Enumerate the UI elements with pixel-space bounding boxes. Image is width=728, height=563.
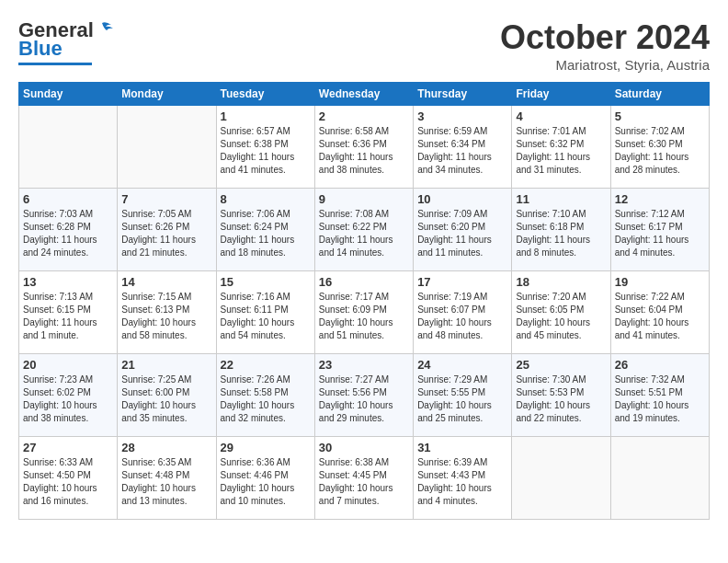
day-header-thursday: Thursday <box>414 83 512 106</box>
day-number: 12 <box>615 192 705 206</box>
day-cell <box>118 106 216 189</box>
day-cell: 10Sunrise: 7:09 AM Sunset: 6:20 PM Dayli… <box>414 189 512 271</box>
day-info: Sunrise: 7:22 AM Sunset: 6:04 PM Dayligh… <box>615 291 705 342</box>
day-number: 26 <box>615 358 705 372</box>
day-cell: 23Sunrise: 7:27 AM Sunset: 5:56 PM Dayli… <box>314 354 413 437</box>
day-number: 25 <box>516 358 606 372</box>
day-cell: 26Sunrise: 7:32 AM Sunset: 5:51 PM Dayli… <box>610 354 709 437</box>
day-number: 10 <box>417 192 507 206</box>
day-number: 20 <box>23 358 113 372</box>
day-number: 19 <box>615 275 705 289</box>
day-info: Sunrise: 6:57 AM Sunset: 6:38 PM Dayligh… <box>221 125 311 177</box>
day-info: Sunrise: 7:17 AM Sunset: 6:09 PM Dayligh… <box>319 291 409 342</box>
title-block: October 2024 Mariatrost, Styria, Austria <box>500 18 710 73</box>
logo-blue: Blue <box>18 37 63 61</box>
day-number: 18 <box>516 275 606 289</box>
day-number: 28 <box>121 441 211 454</box>
day-info: Sunrise: 7:25 AM Sunset: 6:00 PM Dayligh… <box>121 373 211 425</box>
day-cell: 24Sunrise: 7:29 AM Sunset: 5:55 PM Dayli… <box>414 354 512 437</box>
day-number: 3 <box>417 109 507 123</box>
day-info: Sunrise: 7:19 AM Sunset: 6:07 PM Dayligh… <box>417 291 507 342</box>
day-info: Sunrise: 6:35 AM Sunset: 4:48 PM Dayligh… <box>121 456 211 508</box>
day-info: Sunrise: 7:26 AM Sunset: 5:58 PM Dayligh… <box>221 373 311 425</box>
day-info: Sunrise: 6:59 AM Sunset: 6:34 PM Dayligh… <box>417 125 507 177</box>
day-info: Sunrise: 7:16 AM Sunset: 6:11 PM Dayligh… <box>221 291 311 342</box>
day-cell: 29Sunrise: 6:36 AM Sunset: 4:46 PM Dayli… <box>216 437 314 520</box>
day-cell: 2Sunrise: 6:58 AM Sunset: 6:36 PM Daylig… <box>314 106 413 189</box>
day-number: 7 <box>121 192 211 206</box>
day-info: Sunrise: 7:05 AM Sunset: 6:26 PM Dayligh… <box>121 208 211 259</box>
day-info: Sunrise: 7:08 AM Sunset: 6:22 PM Dayligh… <box>319 208 409 259</box>
day-info: Sunrise: 6:58 AM Sunset: 6:36 PM Dayligh… <box>319 125 409 177</box>
day-number: 4 <box>516 109 606 123</box>
day-cell: 25Sunrise: 7:30 AM Sunset: 5:53 PM Dayli… <box>512 354 610 437</box>
day-number: 21 <box>121 358 211 372</box>
day-number: 5 <box>615 109 705 123</box>
logo: General Blue <box>18 18 113 65</box>
day-info: Sunrise: 6:33 AM Sunset: 4:50 PM Dayligh… <box>23 456 113 508</box>
day-cell: 27Sunrise: 6:33 AM Sunset: 4:50 PM Dayli… <box>19 437 118 520</box>
week-row-5: 27Sunrise: 6:33 AM Sunset: 4:50 PM Dayli… <box>19 437 710 520</box>
day-number: 30 <box>319 441 409 454</box>
day-header-tuesday: Tuesday <box>216 83 314 106</box>
day-number: 9 <box>319 192 409 206</box>
day-info: Sunrise: 7:10 AM Sunset: 6:18 PM Dayligh… <box>516 208 606 259</box>
day-cell: 18Sunrise: 7:20 AM Sunset: 6:05 PM Dayli… <box>512 271 610 354</box>
day-info: Sunrise: 7:02 AM Sunset: 6:30 PM Dayligh… <box>615 125 705 177</box>
day-number: 27 <box>23 441 113 454</box>
day-cell: 16Sunrise: 7:17 AM Sunset: 6:09 PM Dayli… <box>314 271 413 354</box>
day-header-saturday: Saturday <box>610 83 709 106</box>
day-cell: 31Sunrise: 6:39 AM Sunset: 4:43 PM Dayli… <box>414 437 512 520</box>
day-number: 14 <box>121 275 211 289</box>
week-row-1: 1Sunrise: 6:57 AM Sunset: 6:38 PM Daylig… <box>19 106 710 189</box>
day-cell: 17Sunrise: 7:19 AM Sunset: 6:07 PM Dayli… <box>414 271 512 354</box>
day-number: 2 <box>319 109 409 123</box>
calendar-table: SundayMondayTuesdayWednesdayThursdayFrid… <box>18 82 710 520</box>
day-info: Sunrise: 7:09 AM Sunset: 6:20 PM Dayligh… <box>417 208 507 259</box>
day-cell: 30Sunrise: 6:38 AM Sunset: 4:45 PM Dayli… <box>314 437 413 520</box>
logo-bird-icon <box>95 21 113 36</box>
day-cell: 7Sunrise: 7:05 AM Sunset: 6:26 PM Daylig… <box>118 189 216 271</box>
day-cell: 12Sunrise: 7:12 AM Sunset: 6:17 PM Dayli… <box>610 189 709 271</box>
day-number: 17 <box>417 275 507 289</box>
day-number: 1 <box>221 109 311 123</box>
day-cell: 9Sunrise: 7:08 AM Sunset: 6:22 PM Daylig… <box>314 189 413 271</box>
day-info: Sunrise: 7:13 AM Sunset: 6:15 PM Dayligh… <box>23 291 113 342</box>
day-number: 16 <box>319 275 409 289</box>
day-header-sunday: Sunday <box>19 83 118 106</box>
day-cell: 20Sunrise: 7:23 AM Sunset: 6:02 PM Dayli… <box>19 354 118 437</box>
day-number: 11 <box>516 192 606 206</box>
day-cell: 28Sunrise: 6:35 AM Sunset: 4:48 PM Dayli… <box>118 437 216 520</box>
day-cell: 8Sunrise: 7:06 AM Sunset: 6:24 PM Daylig… <box>216 189 314 271</box>
day-cell: 4Sunrise: 7:01 AM Sunset: 6:32 PM Daylig… <box>512 106 610 189</box>
day-info: Sunrise: 7:29 AM Sunset: 5:55 PM Dayligh… <box>417 373 507 425</box>
week-row-4: 20Sunrise: 7:23 AM Sunset: 6:02 PM Dayli… <box>19 354 710 437</box>
location-subtitle: Mariatrost, Styria, Austria <box>500 57 710 73</box>
day-cell: 19Sunrise: 7:22 AM Sunset: 6:04 PM Dayli… <box>610 271 709 354</box>
day-header-monday: Monday <box>118 83 216 106</box>
day-cell: 1Sunrise: 6:57 AM Sunset: 6:38 PM Daylig… <box>216 106 314 189</box>
week-row-2: 6Sunrise: 7:03 AM Sunset: 6:28 PM Daylig… <box>19 189 710 271</box>
logo-underline <box>18 63 92 65</box>
day-number: 29 <box>221 441 311 454</box>
day-cell: 22Sunrise: 7:26 AM Sunset: 5:58 PM Dayli… <box>216 354 314 437</box>
day-cell <box>512 437 610 520</box>
day-header-friday: Friday <box>512 83 610 106</box>
day-info: Sunrise: 7:03 AM Sunset: 6:28 PM Dayligh… <box>23 208 113 259</box>
day-cell: 15Sunrise: 7:16 AM Sunset: 6:11 PM Dayli… <box>216 271 314 354</box>
day-info: Sunrise: 7:06 AM Sunset: 6:24 PM Dayligh… <box>221 208 311 259</box>
day-cell: 11Sunrise: 7:10 AM Sunset: 6:18 PM Dayli… <box>512 189 610 271</box>
day-info: Sunrise: 7:20 AM Sunset: 6:05 PM Dayligh… <box>516 291 606 342</box>
day-cell: 13Sunrise: 7:13 AM Sunset: 6:15 PM Dayli… <box>19 271 118 354</box>
day-info: Sunrise: 6:38 AM Sunset: 4:45 PM Dayligh… <box>319 456 409 508</box>
day-cell <box>19 106 118 189</box>
day-info: Sunrise: 6:36 AM Sunset: 4:46 PM Dayligh… <box>221 456 311 508</box>
day-info: Sunrise: 7:30 AM Sunset: 5:53 PM Dayligh… <box>516 373 606 425</box>
day-info: Sunrise: 7:32 AM Sunset: 5:51 PM Dayligh… <box>615 373 705 425</box>
day-number: 13 <box>23 275 113 289</box>
header-row: SundayMondayTuesdayWednesdayThursdayFrid… <box>19 83 710 106</box>
day-info: Sunrise: 6:39 AM Sunset: 4:43 PM Dayligh… <box>417 456 507 508</box>
day-info: Sunrise: 7:12 AM Sunset: 6:17 PM Dayligh… <box>615 208 705 259</box>
day-cell: 3Sunrise: 6:59 AM Sunset: 6:34 PM Daylig… <box>414 106 512 189</box>
day-info: Sunrise: 7:27 AM Sunset: 5:56 PM Dayligh… <box>319 373 409 425</box>
